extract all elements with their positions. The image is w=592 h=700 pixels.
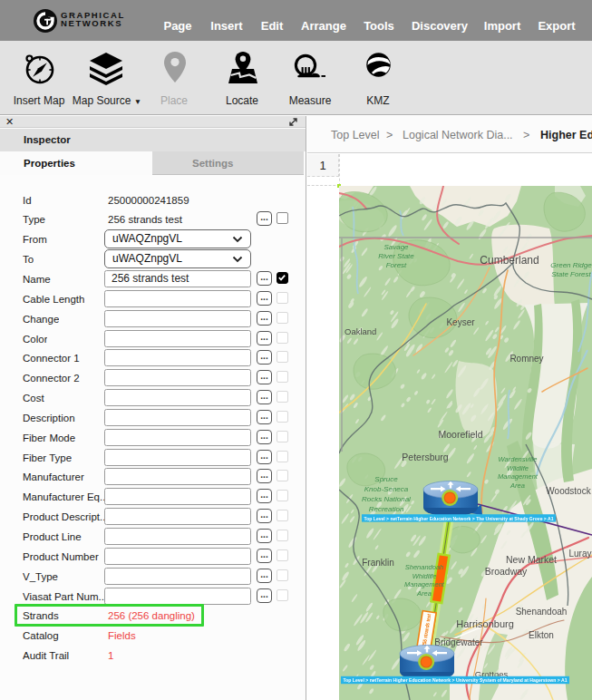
svg-text:Spruce: Spruce [374,475,398,483]
svg-text:Moorefield: Moorefield [438,429,482,440]
svg-text:Broadway: Broadway [485,566,528,577]
svg-text:Franklin: Franklin [362,558,394,568]
svg-text:Cumberland: Cumberland [480,254,539,267]
svg-text:Forest: Forest [386,261,407,269]
svg-text:Keyser: Keyser [446,317,475,327]
svg-text:Top Level > netTerrain Higher: Top Level > netTerrain Higher Education … [364,515,555,521]
svg-text:New Market: New Market [506,554,557,565]
svg-text:State Forest: State Forest [551,270,591,278]
svg-text:Top Level > netTerrain Higher: Top Level > netTerrain Higher Education … [344,676,568,683]
svg-text:Romney: Romney [510,354,543,364]
svg-text:Harrisonburg: Harrisonburg [456,618,514,629]
svg-text:Recreation: Recreation [369,505,404,513]
svg-text:Wildlife: Wildlife [507,464,529,472]
svg-text:Elkton: Elkton [529,630,554,640]
svg-text:Knob-Seneca: Knob-Seneca [364,485,409,493]
svg-text:Luray: Luray [568,549,591,559]
svg-text:Savage: Savage [383,243,409,251]
svg-text:Oakland: Oakland [345,326,376,336]
svg-text:Management: Management [498,472,539,481]
svg-text:Green Ridge: Green Ridge [550,261,592,269]
svg-text:Whidlife: Whidlife [412,572,437,580]
svg-text:Area: Area [510,481,525,490]
svg-text:Bridgewater: Bridgewater [434,637,483,647]
svg-text:Wardensville: Wardensville [499,455,538,463]
svg-text:Management: Management [404,580,445,588]
svg-text:River State: River State [378,252,414,260]
svg-text:Woodstock: Woodstock [546,486,591,496]
svg-text:Rocks National: Rocks National [362,495,411,503]
svg-text:Petersburg: Petersburg [402,452,449,462]
svg-text:Area: Area [416,589,432,598]
svg-text:Shenandoah: Shenandoah [516,607,568,617]
svg-text:Shenandoah: Shenandoah [405,563,444,571]
